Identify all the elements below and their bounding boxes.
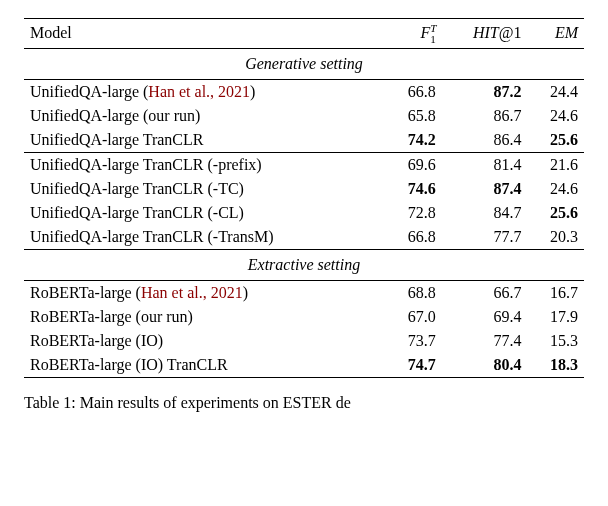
col-f1: FT1: [385, 19, 442, 49]
col-model: Model: [24, 19, 385, 49]
table-row: UnifiedQA-large TranCLR 74.2 86.4 25.6: [24, 128, 584, 153]
table-wrapper: Model FT1 HIT@1 EM Generative setting Un…: [0, 0, 608, 412]
header-row: Model FT1 HIT@1 EM: [24, 19, 584, 49]
citation-link[interactable]: Han et al., 2021: [148, 83, 250, 100]
section-label: Extractive setting: [24, 249, 584, 280]
model-cell: UnifiedQA-large TranCLR (-TransM): [24, 225, 385, 250]
table-row: RoBERTa-large (Han et al., 2021) 68.8 66…: [24, 280, 584, 305]
hit-cell: 84.7: [442, 201, 528, 225]
f1-cell: 69.6: [385, 152, 442, 177]
f1-cell: 67.0: [385, 305, 442, 329]
section-extractive: Extractive setting: [24, 249, 584, 280]
hit-cell: 77.4: [442, 329, 528, 353]
hit-cell: 66.7: [442, 280, 528, 305]
em-cell: 15.3: [527, 329, 584, 353]
col-hit: HIT@1: [442, 19, 528, 49]
f1-cell: 73.7: [385, 329, 442, 353]
table-row: UnifiedQA-large (our run) 65.8 86.7 24.6: [24, 104, 584, 128]
model-cell: UnifiedQA-large (our run): [24, 104, 385, 128]
model-cell: UnifiedQA-large TranCLR (-TC): [24, 177, 385, 201]
em-cell: 24.4: [527, 79, 584, 104]
hit-cell: 86.4: [442, 128, 528, 153]
table-row: UnifiedQA-large TranCLR (-TransM) 66.8 7…: [24, 225, 584, 250]
f1-cell: 65.8: [385, 104, 442, 128]
em-cell: 25.6: [527, 201, 584, 225]
model-cell: RoBERTa-large (our run): [24, 305, 385, 329]
citation-link[interactable]: Han et al., 2021: [141, 284, 243, 301]
f1-cell: 68.8: [385, 280, 442, 305]
em-cell: 18.3: [527, 353, 584, 378]
results-table: Model FT1 HIT@1 EM Generative setting Un…: [24, 18, 584, 378]
f1-cell: 74.2: [385, 128, 442, 153]
section-label: Generative setting: [24, 48, 584, 79]
f1-cell: 66.8: [385, 79, 442, 104]
model-cell: UnifiedQA-large (Han et al., 2021): [24, 79, 385, 104]
table-row: RoBERTa-large (our run) 67.0 69.4 17.9: [24, 305, 584, 329]
model-cell: RoBERTa-large (Han et al., 2021): [24, 280, 385, 305]
model-cell: UnifiedQA-large TranCLR: [24, 128, 385, 153]
hit-cell: 80.4: [442, 353, 528, 378]
em-cell: 24.6: [527, 104, 584, 128]
table-row: UnifiedQA-large TranCLR (-prefix) 69.6 8…: [24, 152, 584, 177]
table-caption: Table 1: Main results of experiments on …: [24, 394, 584, 412]
hit-cell: 77.7: [442, 225, 528, 250]
model-cell: RoBERTa-large (IO): [24, 329, 385, 353]
hit-cell: 69.4: [442, 305, 528, 329]
table-row: UnifiedQA-large TranCLR (-TC) 74.6 87.4 …: [24, 177, 584, 201]
hit-cell: 81.4: [442, 152, 528, 177]
hit-cell: 87.2: [442, 79, 528, 104]
table-row: UnifiedQA-large TranCLR (-CL) 72.8 84.7 …: [24, 201, 584, 225]
section-generative: Generative setting: [24, 48, 584, 79]
model-cell: UnifiedQA-large TranCLR (-prefix): [24, 152, 385, 177]
hit-cell: 86.7: [442, 104, 528, 128]
table-row: UnifiedQA-large (Han et al., 2021) 66.8 …: [24, 79, 584, 104]
em-cell: 20.3: [527, 225, 584, 250]
table-row: RoBERTa-large (IO) 73.7 77.4 15.3: [24, 329, 584, 353]
model-cell: RoBERTa-large (IO) TranCLR: [24, 353, 385, 378]
col-em: EM: [527, 19, 584, 49]
em-cell: 21.6: [527, 152, 584, 177]
table-row: RoBERTa-large (IO) TranCLR 74.7 80.4 18.…: [24, 353, 584, 378]
em-cell: 16.7: [527, 280, 584, 305]
em-cell: 24.6: [527, 177, 584, 201]
em-cell: 17.9: [527, 305, 584, 329]
model-cell: UnifiedQA-large TranCLR (-CL): [24, 201, 385, 225]
f1-cell: 72.8: [385, 201, 442, 225]
f1-cell: 66.8: [385, 225, 442, 250]
hit-cell: 87.4: [442, 177, 528, 201]
f1-cell: 74.7: [385, 353, 442, 378]
f1-cell: 74.6: [385, 177, 442, 201]
em-cell: 25.6: [527, 128, 584, 153]
